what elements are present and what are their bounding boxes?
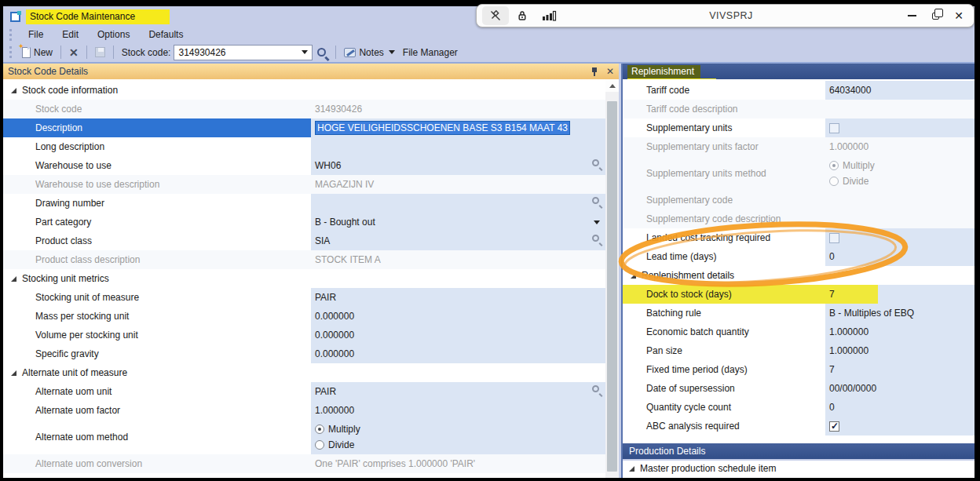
menu-defaults[interactable]: Defaults <box>139 27 192 42</box>
field-value-text: B - Bought out <box>315 217 375 228</box>
menu-file[interactable]: File <box>19 27 53 42</box>
toolbar-gripper[interactable] <box>9 46 14 58</box>
vertical-scrollbar[interactable] <box>605 79 619 478</box>
minimize-button[interactable] <box>900 6 923 25</box>
production-details-header[interactable]: Production Details <box>623 443 975 459</box>
field-value-quantity-cycle-count[interactable]: 0 <box>825 398 975 417</box>
field-value-date-of-supersession[interactable]: 00/00/0000 <box>825 379 975 398</box>
field-value-economic-batch-quantity[interactable]: 1.000000 <box>825 322 975 341</box>
field-value-specific-gravity[interactable]: 0.000000 <box>311 344 605 363</box>
stock-code-details-panel: Stock Code Details ✕ Stock code informat… <box>3 64 619 478</box>
lock-button[interactable] <box>509 6 536 25</box>
radio-group: MultiplyDivide <box>829 159 975 189</box>
delete-icon: ✕ <box>69 47 79 58</box>
signal-button[interactable] <box>536 6 562 25</box>
field-label: Specific gravity <box>3 344 311 363</box>
replenishment-header[interactable]: Replenishment <box>623 64 975 79</box>
notes-dropdown-icon[interactable] <box>389 50 395 54</box>
radio-icon[interactable] <box>315 425 324 434</box>
section-row-stock-code-information[interactable]: Stock code information <box>3 81 605 100</box>
stock-code-details-title: Stock Code Details <box>8 66 88 77</box>
field-value-description[interactable]: HOGE VEILIGHEIDSSCHOENEN BASE S3 B154 MA… <box>311 118 605 137</box>
field-value-alternate-uom-factor[interactable]: 1.000000 <box>311 401 605 420</box>
radio-icon[interactable] <box>315 440 324 450</box>
unpin-button[interactable] <box>482 6 509 25</box>
field-value-dock-to-stock-days[interactable]: 7 <box>825 285 975 304</box>
field-label: Supplementary code <box>623 191 825 210</box>
expander-icon <box>629 466 634 472</box>
field-value-stock-code: 314930426 <box>311 100 605 118</box>
magnifier-icon[interactable] <box>592 159 599 166</box>
stock-code-combobox[interactable]: 314930426 <box>174 45 313 60</box>
checkbox[interactable] <box>829 421 839 432</box>
field-value-tariff-code-description <box>825 100 975 118</box>
field-value-alternate-uom-unit[interactable]: PAIR <box>311 382 605 401</box>
checkbox[interactable] <box>829 123 839 133</box>
stock-code-details-header[interactable]: Stock Code Details ✕ <box>3 64 619 79</box>
section-row-alternate-unit-of-measure[interactable]: Alternate unit of measure <box>3 363 605 382</box>
save-button[interactable] <box>92 46 108 59</box>
radio-option-multiply[interactable]: Multiply <box>315 422 605 437</box>
combobox-dropdown-icon[interactable] <box>302 50 308 54</box>
field-value-text: 00/00/0000 <box>829 383 876 394</box>
field-value-batching-rule[interactable]: B - Multiples of EBQ <box>825 304 975 322</box>
file-manager-button[interactable]: File Manager <box>400 46 461 60</box>
close-icon: ✕ <box>954 10 964 21</box>
pin-icon[interactable] <box>591 67 598 77</box>
field-value-stocking-unit-of-measure[interactable]: PAIR <box>311 288 605 307</box>
field-value-mass-per-stocking-unit[interactable]: 0.000000 <box>311 307 605 326</box>
panel-close-icon[interactable]: ✕ <box>606 67 614 76</box>
field-value-lead-time-days[interactable]: 0 <box>825 247 975 266</box>
field-value-tariff-code[interactable]: 64034000 <box>825 81 975 100</box>
restore-button[interactable] <box>923 6 947 25</box>
field-value-fixed-time-period-days[interactable]: 7 <box>825 360 975 379</box>
field-value-warehouse-to-use[interactable]: WH06 <box>311 156 605 175</box>
field-value-text: 1.000000 <box>829 326 868 337</box>
field-value-landed-cost-tracking-required[interactable] <box>825 228 975 247</box>
magnifier-icon[interactable] <box>592 197 599 204</box>
stock-code-value[interactable]: 314930426 <box>178 47 302 58</box>
section-row-stocking-unit-metrics[interactable]: Stocking unit metrics <box>3 269 605 288</box>
section-label: Stock code information <box>22 85 118 96</box>
checkbox[interactable] <box>829 233 839 243</box>
selected-text[interactable]: HOGE VEILIGHEIDSSCHOENEN BASE S3 B154 MA… <box>315 121 570 135</box>
master-production-schedule-section[interactable]: Master production schedule item <box>623 459 975 476</box>
field-value-long-description[interactable] <box>311 137 605 156</box>
field-value-text: 64034000 <box>829 85 871 96</box>
grid-row-landed-cost-tracking-required: Landed cost tracking required <box>623 228 975 247</box>
notes-button[interactable]: Notes <box>341 46 386 60</box>
field-value-text: MAGAZIJN IV <box>315 179 374 190</box>
grid-row-specific-gravity: Specific gravity0.000000 <box>3 344 605 363</box>
field-value-supplementary-units[interactable] <box>825 118 975 137</box>
scrollbar-thumb[interactable] <box>607 101 617 472</box>
field-value-pan-size[interactable]: 1.000000 <box>825 341 975 360</box>
scrollbar-up-arrow-icon[interactable] <box>605 79 619 92</box>
section-row-replenishment-details[interactable]: Replenishment details <box>623 266 975 285</box>
grid-row-fixed-time-period-days: Fixed time period (days)7 <box>623 360 975 379</box>
field-label: Product class <box>3 231 311 250</box>
field-label: Alternate uom method <box>3 420 311 454</box>
delete-button[interactable]: ✕ <box>66 46 82 60</box>
radio-option-divide[interactable]: Divide <box>315 438 605 453</box>
field-label: Alternate uom conversion <box>3 454 311 473</box>
menu-edit[interactable]: Edit <box>53 27 88 42</box>
field-value-alternate-uom-method[interactable]: MultiplyDivide <box>311 420 605 454</box>
field-label: ABC analysis required <box>623 417 825 435</box>
dropdown-icon[interactable] <box>594 220 600 224</box>
restore-icon <box>932 13 939 20</box>
close-button[interactable]: ✕ <box>947 6 971 25</box>
magnifier-icon[interactable] <box>592 235 599 242</box>
magnifier-icon[interactable] <box>592 385 599 392</box>
field-value-abc-analysis-required[interactable] <box>825 417 975 435</box>
grid-row-product-class: Product classSIA <box>3 231 605 250</box>
search-icon[interactable] <box>317 48 326 56</box>
menu-gripper[interactable] <box>9 29 14 41</box>
field-value-supplementary-code <box>825 191 975 210</box>
field-value-text: PAIR <box>315 386 336 397</box>
new-button[interactable]: New <box>19 46 56 60</box>
field-value-volume-per-stocking-unit[interactable]: 0.000000 <box>311 326 605 344</box>
field-value-product-class[interactable]: SIA <box>311 231 605 250</box>
menu-options[interactable]: Options <box>88 27 139 42</box>
field-value-drawing-number[interactable] <box>311 194 605 213</box>
field-value-part-category[interactable]: B - Bought out <box>311 213 605 231</box>
